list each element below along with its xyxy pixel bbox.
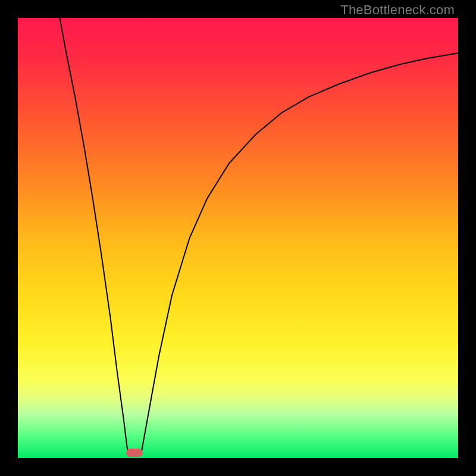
optimal-marker (126, 449, 143, 457)
plot-area (18, 18, 458, 458)
bottleneck-curve (18, 18, 458, 458)
curve-right (141, 53, 458, 453)
curve-left (60, 18, 128, 454)
chart-frame: TheBottleneck.com (0, 0, 476, 476)
watermark-text: TheBottleneck.com (340, 2, 455, 18)
